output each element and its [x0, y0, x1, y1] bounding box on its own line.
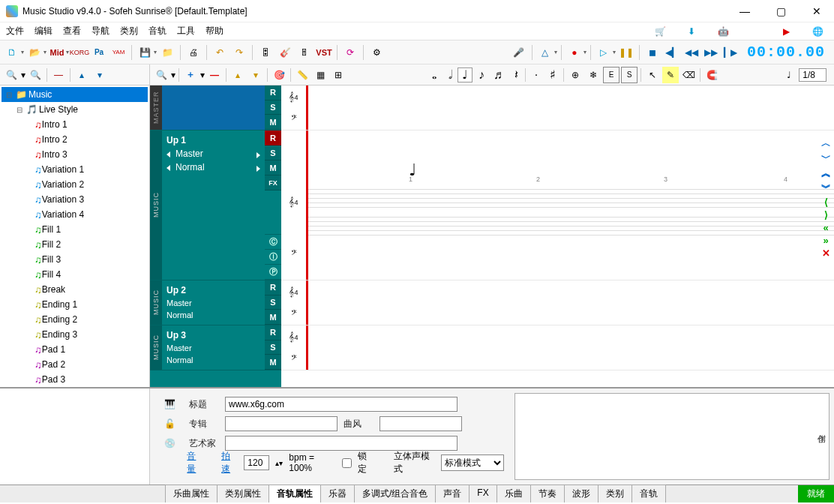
tree-item[interactable]: ♫ Intro 1	[2, 117, 148, 132]
tree-item[interactable]: ♫ Variation 3	[2, 192, 148, 207]
pencil-button[interactable]: ✎	[662, 67, 679, 83]
up1-i[interactable]: Ⓘ	[265, 250, 281, 265]
tab-7[interactable]: 乐曲	[496, 484, 531, 502]
download-icon[interactable]: ⬇	[685, 25, 698, 38]
genre-input[interactable]	[380, 416, 462, 431]
scroll-indicators[interactable]: ︿ ﹀ ︽ ︾ ⟨ ⟩ « » ✕	[819, 136, 832, 259]
up3-s[interactable]: S	[265, 340, 281, 356]
tab-10[interactable]: 类别	[598, 484, 632, 502]
zoom-track-button[interactable]: 🔍	[153, 67, 170, 83]
android-icon[interactable]: 🤖	[716, 25, 730, 38]
menu-edit[interactable]: 编辑	[34, 25, 52, 38]
metronome-button[interactable]: △	[536, 44, 554, 62]
staff-area[interactable]: 𝄞4𝄢 𝄞4𝄢 ♩ 1 2 3 4	[281, 86, 834, 387]
master-s[interactable]: S	[265, 100, 281, 116]
menu-help[interactable]: 帮助	[206, 25, 224, 38]
note-quarter[interactable]: ♩	[458, 68, 472, 82]
tree-item[interactable]: ♫ Fill 4	[2, 267, 148, 282]
youtube-icon[interactable]: ▶	[779, 25, 793, 38]
tab-8[interactable]: 节奏	[530, 484, 565, 502]
note-sixteenth[interactable]: ♬	[490, 68, 506, 82]
up1-p[interactable]: Ⓟ	[265, 265, 281, 280]
redo-button[interactable]: ↷	[230, 44, 248, 62]
tab-0[interactable]: 乐曲属性	[165, 484, 218, 502]
dot-button[interactable]: ·	[529, 68, 544, 82]
tab-4[interactable]: 多调式/组合音色	[354, 484, 436, 502]
up1-r[interactable]: R	[265, 130, 281, 146]
collapse-button[interactable]: —	[50, 67, 67, 83]
master-r[interactable]: R	[265, 86, 281, 100]
minimize-button[interactable]: ―	[734, 5, 756, 17]
menu-track[interactable]: 音轨	[148, 25, 166, 38]
ruler-button[interactable]: 📏	[294, 67, 310, 83]
device-button[interactable]: 🎛	[256, 44, 274, 62]
disc-icon[interactable]: 💿	[156, 434, 183, 453]
up3-r[interactable]: R	[265, 326, 281, 340]
pause-button[interactable]: ❚❚	[617, 44, 635, 62]
tree-item[interactable]: ♫ Pad 1	[2, 342, 148, 357]
open-button[interactable]: 📂	[26, 44, 44, 62]
tree-item[interactable]: ♫ Intro 2	[2, 132, 148, 147]
tree-item[interactable]: ♫ Pad 3	[2, 372, 148, 387]
add-button[interactable]: ＋	[182, 67, 199, 83]
tree-item[interactable]: ♫ Pad 2	[2, 357, 148, 372]
tempo-input[interactable]	[244, 455, 269, 470]
vst-button[interactable]: VST	[315, 44, 333, 62]
remove-button[interactable]: —	[206, 67, 223, 83]
track-up1[interactable]: Up 1 Master Normal	[162, 130, 265, 280]
cart-icon[interactable]: 🛒	[653, 25, 667, 38]
tree-item[interactable]: ♫ Variation 2	[2, 177, 148, 192]
note-whole[interactable]: 𝅝	[424, 68, 440, 82]
pointer-button[interactable]: ↖	[644, 67, 661, 83]
record-button[interactable]: ●	[566, 44, 584, 62]
stop-button[interactable]: ◼	[644, 44, 662, 62]
tree-item[interactable]: ♫ Fill 2	[2, 237, 148, 252]
up1-c[interactable]: Ⓒ	[265, 235, 281, 250]
up2-m[interactable]: M	[265, 310, 281, 325]
saveall-button[interactable]: 📁	[158, 44, 176, 62]
tempo-link[interactable]: 拍速	[221, 450, 238, 476]
apple-icon[interactable]	[748, 25, 761, 38]
note-eighth[interactable]: ♪	[474, 68, 489, 82]
chord-button[interactable]: ⊕	[567, 67, 584, 83]
stereo-select[interactable]: 标准模式	[441, 454, 504, 471]
tree-item[interactable]: ♫ Variation 4	[2, 207, 148, 222]
tab-2[interactable]: 音轨属性	[268, 484, 321, 502]
down-button[interactable]: ▾	[92, 67, 108, 83]
lock-icon[interactable]: 🔓	[156, 414, 183, 434]
volume-link[interactable]: 音量	[187, 450, 203, 476]
play-button[interactable]: ▷	[595, 44, 613, 62]
fit-button[interactable]: 🎯	[271, 67, 287, 83]
zoom-out-button[interactable]: 🔍	[27, 67, 44, 83]
guitar-button[interactable]: 🎸	[276, 44, 294, 62]
skip-end-button[interactable]: ▎▶	[722, 44, 740, 62]
up2-r[interactable]: R	[265, 280, 281, 296]
track-down-button[interactable]: ▾	[248, 67, 264, 83]
authoring-box[interactable]: 创作	[514, 393, 830, 480]
lock-checkbox[interactable]	[342, 458, 352, 468]
tree-item[interactable]: ♫ Ending 3	[2, 327, 148, 342]
up1-fx[interactable]: FX	[265, 176, 281, 190]
new-button[interactable]: 🗋	[3, 44, 21, 62]
undo-button[interactable]: ↶	[211, 44, 229, 62]
refresh-button[interactable]: ⟳	[341, 44, 359, 62]
tab-3[interactable]: 乐器	[320, 484, 355, 502]
grid-button[interactable]: ▦	[312, 67, 328, 83]
tree-group[interactable]: ⊟🎵Live Style	[2, 102, 148, 117]
tree-item[interactable]: ♫ Fill 1	[2, 222, 148, 237]
s-button[interactable]: S	[621, 67, 638, 83]
note-value-combo[interactable]: 1/8	[799, 68, 826, 82]
note-rest[interactable]: 𝄽	[507, 68, 522, 82]
menu-category[interactable]: 类别	[120, 25, 138, 38]
up1-m[interactable]: M	[265, 160, 281, 176]
track-master[interactable]	[162, 86, 265, 130]
up1-s[interactable]: S	[265, 146, 281, 160]
menu-view[interactable]: 查看	[63, 25, 81, 38]
tree-root[interactable]: ⊟📁Music	[2, 87, 148, 102]
note-half[interactable]: 𝅗𝅥	[441, 68, 456, 82]
menu-file[interactable]: 文件	[6, 25, 24, 38]
menu-tools[interactable]: 工具	[177, 25, 195, 38]
menu-nav[interactable]: 导航	[92, 25, 110, 38]
tree-item[interactable]: ♫ Break	[2, 282, 148, 297]
forward-button[interactable]: ▶▶	[702, 44, 720, 62]
